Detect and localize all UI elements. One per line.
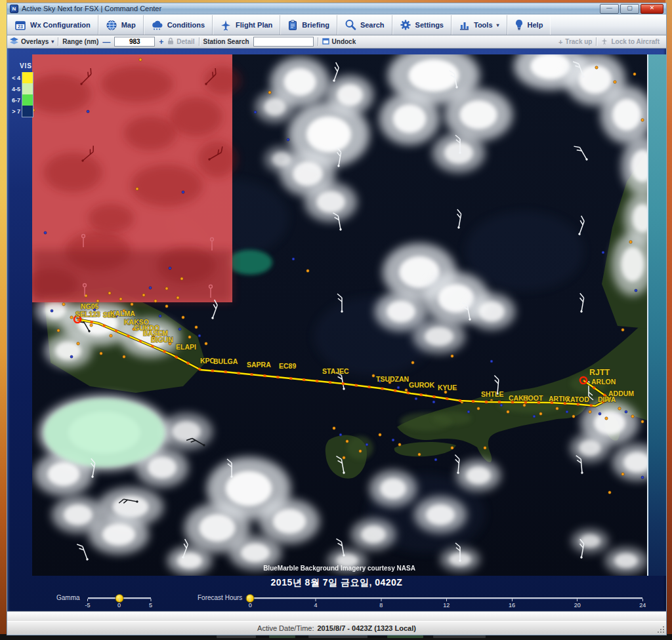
main-toolbar: 23 Wx Configuration Map Conditions Fligh… — [7, 14, 666, 35]
lock-icon — [167, 37, 174, 46]
minimize-button[interactable]: — — [600, 4, 619, 14]
svg-text:KALMA: KALMA — [110, 310, 135, 317]
svg-text:ARLON: ARLON — [591, 378, 616, 386]
status-label: Active Date/Time: — [257, 624, 314, 632]
svg-text:NG05: NG05 — [81, 302, 99, 310]
flight-plan-button[interactable]: Flight Plan — [213, 15, 280, 35]
status-value: 2015/8/7 - 0423Z (1323 Local) — [317, 624, 415, 632]
conditions-button[interactable]: Conditions — [144, 15, 213, 35]
maximize-button[interactable]: ▢ — [620, 4, 639, 14]
help-button[interactable]: Help — [507, 15, 551, 35]
app-icon: N — [10, 5, 18, 13]
svg-text:TSUDZAN: TSUDZAN — [376, 375, 409, 383]
legend-row: 4-5 — [10, 83, 33, 94]
window-title: Active Sky Next for FSX | Command Center — [22, 5, 597, 12]
svg-text:EC89: EC89 — [279, 362, 296, 370]
bulb-icon — [514, 19, 524, 31]
map-toolbar: Overlays ▾ Range (nm) — + Detail Station… — [7, 35, 666, 49]
slider-tick: -5 — [85, 599, 91, 609]
svg-text:HOOT: HOOT — [523, 394, 543, 402]
range-label: Range (nm) — [62, 38, 98, 45]
clipboard-icon — [287, 20, 298, 31]
slider-tick: 0 — [249, 599, 252, 609]
calendar-icon: 23 — [14, 20, 26, 31]
app-window: N Active Sky Next for FSX | Command Cent… — [7, 3, 667, 635]
slider-tick: 0 — [117, 599, 121, 609]
station-search-label: Station Search — [203, 38, 249, 45]
svg-text:BlueMarble Background Imagery: BlueMarble Background Imagery courtesy N… — [263, 565, 415, 572]
svg-text:23: 23 — [18, 24, 23, 29]
slider-tick: 20 — [574, 599, 581, 609]
svg-text:SAPRA: SAPRA — [247, 361, 271, 369]
map-svg: NG05SEL123SELKALMAKAKSOGUKDOBASEMBIGUNEL… — [32, 54, 647, 576]
legend-title: VIS — [10, 62, 33, 70]
legend-swatch — [22, 94, 33, 106]
legend-swatch — [22, 72, 33, 83]
legend-row: 6-7 — [10, 94, 33, 106]
map-button[interactable]: Map — [98, 15, 144, 35]
svg-text:SEL123: SEL123 — [75, 310, 100, 318]
chart-icon — [459, 20, 470, 31]
weather-map[interactable]: NG05SEL123SELKALMAKAKSOGUKDOBASEMBIGUNEL… — [32, 54, 647, 576]
map-panel: NG05SEL123SELKALMAKAKSOGUKDOBASEMBIGUNEL… — [7, 49, 666, 611]
globe-icon — [106, 20, 117, 31]
detail-button[interactable]: Detail — [167, 37, 194, 46]
window-icon — [322, 38, 329, 46]
title-bar[interactable]: N Active Sky Next for FSX | Command Cent… — [7, 3, 666, 14]
svg-text:KYUE: KYUE — [438, 384, 457, 391]
gamma-label: Gamma — [56, 593, 80, 601]
plane-icon — [220, 20, 232, 31]
cloud-icon — [151, 20, 163, 31]
range-minus-button[interactable]: — — [102, 39, 110, 45]
chevron-down-icon: ▾ — [497, 22, 499, 28]
legend-row: < 4 — [10, 72, 33, 83]
svg-text:STAJEC: STAJEC — [322, 367, 349, 375]
search-button[interactable]: Search — [337, 15, 392, 35]
undock-button[interactable]: Undock — [322, 38, 356, 46]
svg-text:SHTLE: SHTLE — [481, 390, 503, 398]
map-edge-strip — [647, 54, 666, 576]
gamma-slider[interactable]: Gamma -505 — [56, 593, 151, 610]
forecast-hours-label: Forecast Hours — [198, 593, 242, 601]
map-datetime-text: 2015년 8월 7일 금요일, 0420Z — [7, 577, 666, 589]
crosshair-icon: + — [558, 38, 562, 46]
svg-text:ELAPI: ELAPI — [176, 343, 196, 351]
collapsed-panel-strip — [7, 611, 666, 621]
range-input[interactable] — [114, 37, 155, 47]
svg-text:ADDUM: ADDUM — [608, 390, 634, 397]
slider-tick: 24 — [639, 599, 646, 609]
overlays-dropdown[interactable]: Overlays ▾ — [10, 37, 54, 46]
track-up-button[interactable]: + Track up — [558, 38, 593, 46]
layers-icon — [10, 37, 18, 46]
close-button[interactable]: ✕ — [640, 4, 663, 14]
svg-text:XATOD: XATOD — [566, 395, 589, 403]
tools-button[interactable]: Tools ▾ — [452, 15, 507, 35]
status-bar: Active Date/Time: 2015/8/7 - 0423Z (1323… — [7, 621, 666, 635]
station-search-input[interactable] — [253, 37, 314, 47]
wx-configuration-button[interactable]: 23 Wx Configuration — [7, 15, 98, 35]
slider-tick: 12 — [443, 599, 450, 609]
chevron-down-icon: ▾ — [51, 39, 54, 45]
settings-button[interactable]: Settings — [392, 15, 452, 35]
lock-to-aircraft-button[interactable]: Lock to Aircraft — [600, 37, 663, 46]
slider-tick: 5 — [149, 599, 152, 609]
slider-tick: 16 — [509, 599, 515, 609]
range-plus-button[interactable]: + — [159, 39, 163, 45]
legend-row: > 7 — [10, 106, 33, 117]
plane-icon — [600, 37, 608, 46]
resize-grip[interactable] — [657, 626, 665, 633]
forecast-hours-slider[interactable]: Forecast Hours 04812162024 — [198, 593, 642, 610]
svg-text:BULGA: BULGA — [213, 357, 238, 365]
desktop-background-left — [0, 0, 7, 640]
briefing-button[interactable]: Briefing — [280, 15, 337, 35]
search-icon — [345, 19, 356, 31]
svg-text:GUROK: GUROK — [409, 381, 435, 389]
legend-swatch — [22, 83, 33, 94]
slider-tick: 4 — [314, 599, 318, 609]
svg-text:RJTT: RJTT — [589, 368, 610, 377]
visibility-legend: VIS < 4 4-5 6-7 > 7 — [10, 62, 33, 117]
gear-icon — [400, 19, 411, 31]
slider-tick: 8 — [379, 599, 383, 609]
legend-swatch — [22, 106, 33, 117]
svg-text:BIGUN: BIGUN — [151, 336, 173, 344]
